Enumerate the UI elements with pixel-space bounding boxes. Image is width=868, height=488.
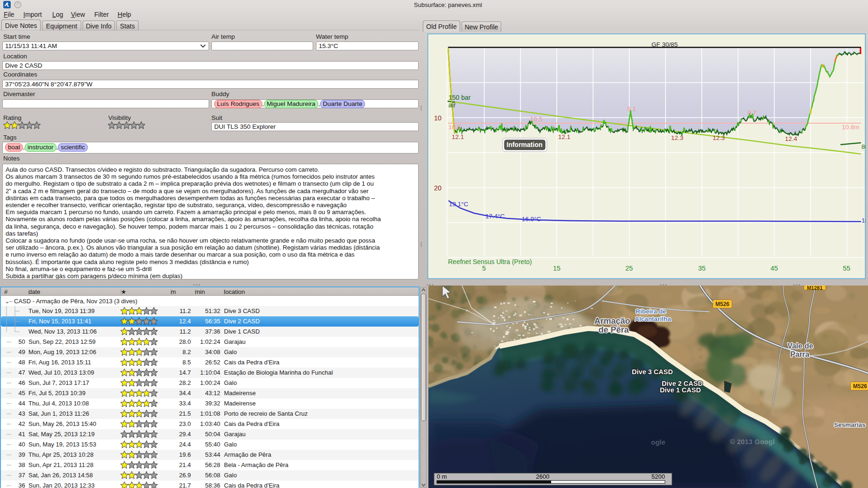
svg-text:Dive 1 CASD: Dive 1 CASD xyxy=(660,386,701,394)
svg-text:GF 30/85: GF 30/85 xyxy=(651,41,678,48)
svg-text:Alcantarilha: Alcantarilha xyxy=(635,315,671,322)
svg-text:5: 5 xyxy=(482,265,486,272)
svg-text:Armação: Armação xyxy=(594,316,630,326)
svg-text:© 2013 Googl: © 2013 Googl xyxy=(730,438,775,446)
svg-text:25: 25 xyxy=(625,265,633,272)
svg-text:12.3: 12.3 xyxy=(713,134,725,141)
svg-text:45: 45 xyxy=(770,265,778,272)
svg-text:ogle: ogle xyxy=(651,438,665,446)
svg-text:55: 55 xyxy=(843,265,850,272)
svg-text:Vale de: Vale de xyxy=(787,342,813,350)
svg-text:10.5: 10.5 xyxy=(530,116,542,123)
svg-text:5200: 5200 xyxy=(651,473,665,480)
svg-text:16: 16 xyxy=(861,217,866,224)
svg-text:17.4°C: 17.4°C xyxy=(485,213,505,220)
svg-text:de Pêra: de Pêra xyxy=(598,325,629,335)
svg-text:Ribeira de: Ribeira de xyxy=(636,308,666,315)
svg-text:Sesmarias: Sesmarias xyxy=(834,421,866,428)
svg-text:Reefnet Sensus Ultra (Preto): Reefnet Sensus Ultra (Preto) xyxy=(448,258,532,265)
svg-text:Dive 3 CASD: Dive 3 CASD xyxy=(632,368,673,376)
svg-text:Parra: Parra xyxy=(791,350,810,358)
svg-text:0 m: 0 m xyxy=(437,473,447,480)
svg-text:16.9°C: 16.9°C xyxy=(522,216,541,223)
svg-text:air: air xyxy=(448,101,456,109)
svg-text:20: 20 xyxy=(434,184,441,192)
svg-text:M526: M526 xyxy=(853,383,867,390)
svg-text:M526: M526 xyxy=(715,301,729,307)
svg-text:12.1: 12.1 xyxy=(452,133,464,140)
svg-text:150 bar: 150 bar xyxy=(448,94,471,101)
svg-text:2600: 2600 xyxy=(536,473,550,480)
svg-text:80: 80 xyxy=(861,143,866,150)
svg-text:M1281: M1281 xyxy=(807,286,823,291)
svg-text:10: 10 xyxy=(434,114,441,122)
svg-text:10.8m: 10.8m xyxy=(842,124,860,131)
svg-text:9.7: 9.7 xyxy=(748,109,756,116)
svg-text:15: 15 xyxy=(553,265,560,272)
svg-text:19.1°C: 19.1°C xyxy=(449,201,469,208)
svg-text:12.3: 12.3 xyxy=(671,134,683,141)
svg-text:12.4: 12.4 xyxy=(785,135,798,142)
svg-text:12.1: 12.1 xyxy=(558,133,570,140)
svg-text:35: 35 xyxy=(698,265,706,272)
svg-text:Information: Information xyxy=(507,141,543,148)
svg-text:10.6: 10.6 xyxy=(448,124,461,131)
svg-text:9.1: 9.1 xyxy=(627,105,636,112)
